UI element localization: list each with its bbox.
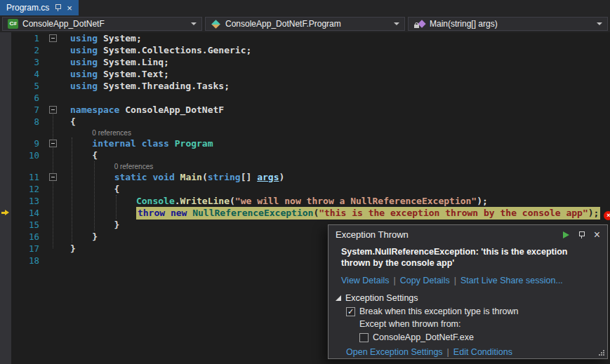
gutter-margin bbox=[0, 171, 11, 183]
fold-margin bbox=[45, 137, 60, 149]
code-text: } bbox=[60, 243, 76, 255]
project-dropdown[interactable]: C# ConsoleApp_DotNetF bbox=[2, 17, 202, 31]
chevron-down-icon bbox=[597, 22, 602, 25]
line-number: 16 bbox=[11, 231, 45, 243]
expander-icon[interactable] bbox=[336, 295, 341, 301]
close-icon[interactable]: × bbox=[594, 229, 600, 241]
start-live-share-link[interactable]: Start Live Share session... bbox=[460, 276, 563, 285]
open-exception-settings-link[interactable]: Open Exception Settings bbox=[346, 347, 443, 357]
type-dropdown[interactable]: ConsoleApp_DotNetF.Program bbox=[205, 17, 405, 31]
code-text: internal class Program bbox=[60, 137, 213, 149]
pin-icon[interactable] bbox=[578, 231, 585, 239]
token: static bbox=[114, 172, 147, 182]
gutter-margin bbox=[0, 207, 11, 219]
continue-execution-icon[interactable] bbox=[563, 231, 569, 238]
code-line[interactable]: 4using System.Text; bbox=[0, 68, 610, 80]
token: } bbox=[70, 220, 119, 230]
gutter-margin bbox=[0, 68, 11, 80]
code-line[interactable]: 10 { bbox=[0, 149, 610, 161]
token: using bbox=[70, 45, 98, 55]
edit-conditions-link[interactable]: Edit Conditions bbox=[453, 347, 512, 357]
footer-links: Open Exception Settings|Edit Conditions bbox=[346, 347, 607, 357]
module-checkbox[interactable] bbox=[359, 333, 369, 342]
code-line[interactable]: 11 static void Main(string[] args) bbox=[0, 171, 610, 183]
break-checkbox-row: ✓ Break when this exception type is thro… bbox=[346, 306, 607, 316]
codelens-references[interactable]: 0 references bbox=[92, 128, 131, 138]
code-line[interactable]: 7namespace ConsoleApp_DotNetF bbox=[0, 104, 610, 116]
code-line[interactable]: 12 { bbox=[0, 183, 610, 195]
link-separator: | bbox=[454, 276, 456, 285]
code-line[interactable]: 1using System; bbox=[0, 32, 610, 44]
code-text bbox=[60, 92, 70, 104]
fold-margin bbox=[45, 255, 60, 267]
member-dropdown[interactable]: Main(string[] args) bbox=[408, 17, 608, 31]
token: WriteLine bbox=[180, 196, 230, 206]
fold-collapse-icon[interactable] bbox=[49, 106, 57, 114]
code-line[interactable]: 5using System.Threading.Tasks; bbox=[0, 80, 610, 92]
code-text: using System.Text; bbox=[60, 68, 169, 80]
break-checkbox[interactable]: ✓ bbox=[346, 307, 355, 316]
code-line[interactable]: 9 internal class Program bbox=[0, 137, 610, 149]
resize-grip[interactable] bbox=[603, 354, 604, 356]
token: args bbox=[257, 172, 279, 182]
gutter-margin bbox=[0, 44, 11, 56]
project-dropdown-label: ConsoleApp_DotNetF bbox=[22, 19, 105, 29]
fold-collapse-icon[interactable] bbox=[49, 34, 57, 42]
line-number: 10 bbox=[11, 149, 45, 161]
copy-details-link[interactable]: Copy Details bbox=[400, 276, 450, 285]
gutter-margin bbox=[0, 149, 11, 161]
codelens-references[interactable]: 0 references bbox=[114, 162, 154, 172]
line-number: 17 bbox=[11, 243, 45, 255]
fold-margin bbox=[45, 104, 60, 116]
fold-margin bbox=[45, 44, 60, 56]
code-line[interactable]: 2using System.Collections.Generic; bbox=[0, 44, 610, 56]
close-tab-icon[interactable]: × bbox=[67, 4, 72, 13]
token: new bbox=[171, 208, 187, 218]
break-checkbox-label: Break when this exception type is thrown bbox=[359, 306, 519, 316]
class-icon bbox=[211, 20, 220, 29]
token: internal bbox=[92, 138, 136, 149]
fold-collapse-icon[interactable] bbox=[49, 140, 57, 147]
popup-actions: × bbox=[563, 229, 600, 241]
code-text: using System.Collections.Generic; bbox=[60, 44, 251, 56]
line-number: 9 bbox=[11, 137, 45, 149]
code-line[interactable]: 14 throw new NullReferenceException("thi… bbox=[0, 207, 610, 219]
line-number: 4 bbox=[11, 68, 45, 80]
type-dropdown-label: ConsoleApp_DotNetF.Program bbox=[225, 19, 341, 29]
exception-settings-section[interactable]: Exception Settings bbox=[336, 293, 607, 303]
pin-tab-icon[interactable] bbox=[55, 4, 61, 12]
token: . bbox=[175, 196, 180, 206]
line-number: 18 bbox=[11, 255, 45, 267]
tab-program-cs[interactable]: Program.cs × bbox=[0, 0, 79, 15]
code-line[interactable]: 8{ bbox=[0, 116, 610, 128]
fold-collapse-icon[interactable] bbox=[49, 173, 57, 181]
gutter-margin bbox=[0, 128, 11, 137]
token bbox=[169, 138, 175, 149]
view-details-link[interactable]: View Details bbox=[341, 276, 390, 285]
fold-margin bbox=[45, 116, 60, 128]
fold-margin bbox=[45, 32, 60, 44]
token: ( bbox=[230, 196, 235, 206]
token: throw bbox=[138, 208, 165, 218]
code-line[interactable]: 6 bbox=[0, 92, 610, 104]
token: using bbox=[70, 81, 98, 91]
exception-error-icon: × bbox=[604, 211, 610, 220]
gutter-margin bbox=[0, 161, 11, 171]
token bbox=[70, 138, 92, 149]
gutter-margin bbox=[0, 137, 11, 149]
link-separator: | bbox=[394, 276, 396, 285]
exception-highlight: throw new NullReferenceException("this i… bbox=[136, 207, 600, 220]
token: using bbox=[70, 57, 98, 67]
action-links: View Details|Copy Details|Start Live Sha… bbox=[341, 276, 607, 285]
line-number: 2 bbox=[11, 44, 45, 56]
csharp-project-icon: C# bbox=[8, 19, 18, 29]
token: System.Threading.Tasks; bbox=[98, 81, 230, 91]
fold-margin bbox=[45, 128, 60, 137]
code-line[interactable]: 3using System.Linq; bbox=[0, 56, 610, 68]
token: string bbox=[208, 172, 241, 182]
code-text: } bbox=[60, 231, 98, 243]
token: } bbox=[70, 231, 98, 242]
code-line[interactable]: 13 Console.WriteLine("we will now throw … bbox=[0, 195, 610, 207]
token bbox=[136, 138, 142, 149]
token: Main bbox=[180, 172, 202, 182]
